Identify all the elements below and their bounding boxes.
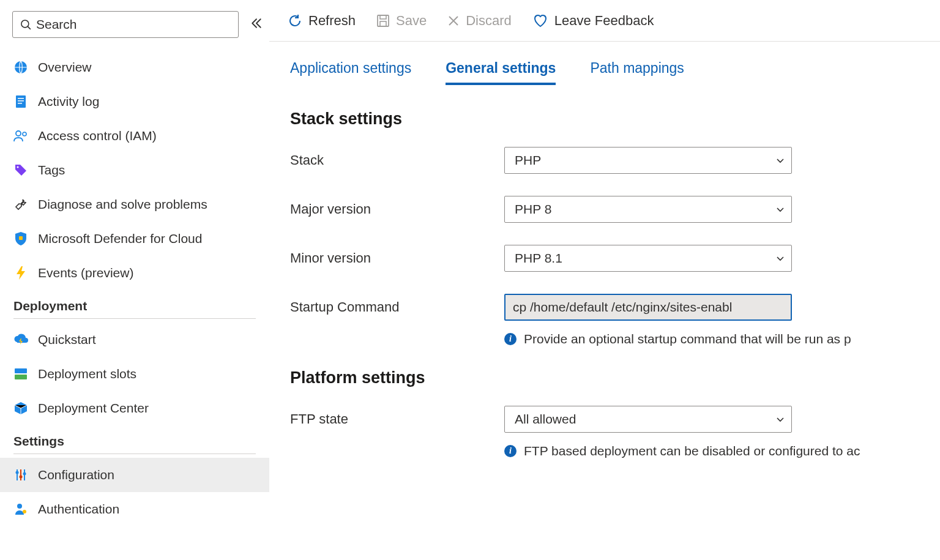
nav-defender[interactable]: Microsoft Defender for Cloud [0, 222, 269, 256]
chevron-down-icon [775, 414, 785, 424]
toolbar: Refresh Save Discard Leave Feedback [269, 0, 940, 42]
nav-deployment-slots[interactable]: Deployment slots [0, 357, 269, 391]
startup-command-input[interactable] [504, 294, 792, 321]
refresh-button[interactable]: Refresh [288, 13, 356, 29]
collapse-sidebar-button[interactable] [251, 18, 262, 31]
save-button[interactable]: Save [376, 13, 427, 29]
main-panel: Refresh Save Discard Leave Feedback Appl… [269, 0, 940, 560]
svg-point-19 [17, 504, 22, 509]
box-icon [13, 401, 28, 416]
info-text: FTP based deployment can be disabled or … [524, 444, 860, 458]
search-icon [20, 19, 31, 30]
svg-rect-12 [15, 375, 27, 379]
info-icon: i [504, 333, 517, 345]
chevron-down-icon [775, 253, 785, 263]
tabs: Application settings General settings Pa… [290, 60, 919, 85]
toolbar-label: Discard [466, 13, 512, 29]
nav-authentication[interactable]: Authentication [0, 492, 269, 526]
sliders-icon [13, 468, 28, 482]
ftp-state-select[interactable]: All allowed [504, 406, 792, 433]
toolbar-label: Save [396, 13, 427, 29]
major-version-select[interactable]: PHP 8 [504, 196, 792, 223]
tab-path-mappings[interactable]: Path mappings [590, 60, 684, 85]
svg-rect-4 [18, 98, 24, 99]
stack-settings-heading: Stack settings [290, 110, 919, 129]
wrench-icon [13, 197, 28, 212]
close-icon [447, 15, 460, 27]
nav-deployment-center[interactable]: Deployment Center [0, 391, 269, 425]
stack-label: Stack [290, 152, 504, 168]
chevron-down-icon [775, 204, 785, 214]
nav-diagnose[interactable]: Diagnose and solve problems [0, 187, 269, 222]
nav-label: Microsoft Defender for Cloud [38, 231, 202, 246]
svg-rect-3 [16, 95, 26, 108]
svg-rect-11 [15, 368, 27, 373]
nav-quickstart[interactable]: Quickstart [0, 323, 269, 357]
nav-tags[interactable]: Tags [0, 153, 269, 187]
nav-label: Diagnose and solve problems [38, 197, 207, 212]
nav-label: Deployment slots [38, 367, 136, 381]
nav-events[interactable]: Events (preview) [0, 256, 269, 290]
startup-command-label: Startup Command [290, 299, 504, 315]
nav-label: Events (preview) [38, 266, 133, 280]
minor-version-select[interactable]: PHP 8.1 [504, 245, 792, 272]
section-deployment: Deployment [0, 290, 269, 318]
cloud-lightning-icon [13, 332, 28, 347]
svg-rect-10 [19, 236, 23, 240]
startup-command-info: i Provide an optional startup command th… [504, 332, 919, 346]
tag-icon [13, 163, 28, 177]
svg-point-7 [16, 131, 21, 136]
feedback-button[interactable]: Leave Feedback [532, 13, 654, 29]
select-value: PHP 8.1 [515, 251, 562, 266]
toolbar-label: Refresh [308, 13, 356, 29]
sidebar: Search Overview Activity log Access cont… [0, 0, 269, 560]
svg-rect-6 [18, 103, 22, 104]
svg-rect-23 [380, 21, 386, 26]
nav-access-control[interactable]: Access control (IAM) [0, 119, 269, 153]
nav-label: Activity log [38, 94, 99, 109]
platform-settings-heading: Platform settings [290, 368, 919, 387]
select-value: All allowed [515, 412, 576, 427]
select-value: PHP [515, 153, 541, 168]
tab-general-settings[interactable]: General settings [446, 60, 556, 85]
nav-activity-log[interactable]: Activity log [0, 84, 269, 119]
nav-label: Overview [38, 60, 92, 75]
svg-point-17 [20, 476, 23, 479]
toolbar-label: Leave Feedback [554, 13, 654, 29]
svg-point-18 [23, 472, 26, 476]
slots-icon [13, 367, 28, 381]
ftp-state-info: i FTP based deployment can be disabled o… [504, 444, 919, 458]
svg-point-16 [16, 471, 19, 474]
info-icon: i [504, 445, 517, 457]
svg-point-9 [17, 166, 19, 168]
svg-line-1 [28, 26, 31, 29]
nav-label: Configuration [38, 468, 114, 482]
select-value: PHP 8 [515, 202, 551, 217]
shield-icon [13, 231, 28, 246]
discard-button[interactable]: Discard [447, 13, 512, 29]
search-placeholder: Search [36, 17, 77, 32]
search-input[interactable]: Search [12, 11, 239, 38]
svg-rect-21 [378, 15, 389, 26]
refresh-icon [288, 13, 302, 28]
log-icon [13, 94, 28, 109]
stack-select[interactable]: PHP [504, 147, 792, 174]
save-icon [376, 14, 390, 28]
divider [13, 318, 256, 319]
svg-point-0 [21, 20, 29, 28]
nav-label: Quickstart [38, 332, 96, 347]
heart-icon [532, 13, 548, 28]
nav-overview[interactable]: Overview [0, 50, 269, 84]
svg-rect-5 [18, 100, 24, 102]
tab-application-settings[interactable]: Application settings [290, 60, 411, 85]
people-icon [13, 129, 28, 143]
nav-label: Access control (IAM) [38, 129, 157, 143]
nav-configuration[interactable]: Configuration [0, 458, 269, 492]
minor-version-label: Minor version [290, 250, 504, 266]
section-settings: Settings [0, 425, 269, 454]
content-area: Application settings General settings Pa… [269, 42, 940, 560]
info-text: Provide an optional startup command that… [524, 332, 851, 346]
chevron-double-left-icon [251, 18, 262, 29]
nav-label: Tags [38, 163, 65, 177]
lightning-icon [13, 266, 28, 280]
